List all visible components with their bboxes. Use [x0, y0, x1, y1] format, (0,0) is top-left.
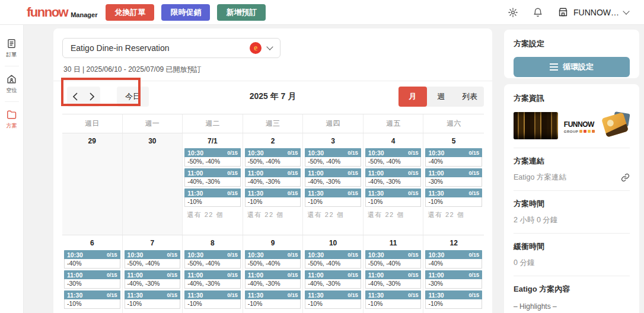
- time-slot[interactable]: 11:000/15-40%, -30%: [245, 168, 301, 187]
- more-slots-label[interactable]: 還有 22 個: [305, 210, 361, 219]
- today-button[interactable]: 今日: [117, 87, 149, 107]
- time-slot[interactable]: 10:300/15-50%, -40%: [365, 148, 422, 167]
- more-slots-label[interactable]: 還有 22 個: [425, 210, 482, 219]
- day-header: 週三: [243, 114, 304, 133]
- slot-discounts: -10%: [125, 299, 181, 309]
- day-cell[interactable]: 1210:300/15-40%11:000/15-30%11:300/15-10…: [423, 235, 484, 313]
- day-cell[interactable]: 610:300/15-40%11:000/15-30%11:300/15-10%…: [62, 235, 123, 313]
- time-slot[interactable]: 11:000/15-40%, -30%: [184, 168, 241, 187]
- time-slot[interactable]: 10:300/15-50%, -40%: [245, 250, 301, 269]
- time-slot[interactable]: 10:300/15-50%, -40%: [305, 250, 361, 269]
- time-slot[interactable]: 11:300/15-10%: [425, 290, 482, 309]
- sidebar-item-vacancy[interactable]: 空位: [0, 70, 23, 98]
- time-slot[interactable]: 11:300/15-10%: [305, 189, 361, 207]
- slot-discounts: -40%, -30%: [184, 177, 241, 187]
- slot-header: 11:000/15: [245, 168, 301, 177]
- flash-promo-button[interactable]: 限時促銷: [161, 4, 210, 21]
- slot-time: 11:00: [368, 272, 384, 279]
- time-slot[interactable]: 11:300/15-10%: [245, 290, 301, 309]
- day-cell[interactable]: 1010:300/15-50%, -40%11:000/15-40%, -30%…: [303, 235, 364, 313]
- time-slot[interactable]: 11:300/15-10%: [305, 290, 361, 309]
- slot-time: 11:00: [428, 272, 444, 279]
- day-cell[interactable]: 30: [123, 133, 183, 235]
- day-cell[interactable]: 210:300/15-50%, -40%11:000/15-40%, -30%1…: [243, 133, 304, 235]
- day-cell[interactable]: 810:300/15-50%, -40%11:000/15-40%, -30%1…: [183, 235, 243, 313]
- day-header: 週日: [62, 114, 123, 133]
- time-slot[interactable]: 11:000/15-40%, -30%: [245, 270, 301, 289]
- plan-select[interactable]: Eatigo Dine-in Reservation e: [62, 38, 280, 58]
- time-slot[interactable]: 11:300/15-10%: [365, 189, 422, 207]
- day-header: 週五: [364, 114, 424, 133]
- time-slot[interactable]: 11:300/15-10%: [425, 189, 482, 207]
- view-toggle: 月 週 列表: [398, 87, 484, 107]
- slot-discounts: -30%: [425, 279, 482, 289]
- time-slot[interactable]: 11:000/15-40%, -30%: [305, 270, 361, 289]
- day-cell[interactable]: 1110:300/15-50%, -40%11:000/15-40%, -30%…: [364, 235, 424, 313]
- time-slot[interactable]: 10:300/15-50%, -40%: [184, 148, 241, 167]
- recurring-settings-button[interactable]: 循環設定: [514, 57, 630, 77]
- date-label: 2: [245, 133, 301, 148]
- time-slot[interactable]: 11:000/15-30%: [64, 270, 120, 289]
- new-booking-button[interactable]: 新增預訂: [217, 4, 266, 21]
- plan-link-text[interactable]: Eatigo 方案連結: [514, 173, 566, 183]
- slot-discounts: -50%, -40%: [245, 259, 301, 269]
- redeem-order-button[interactable]: 兌換訂單: [106, 4, 154, 21]
- slot-discounts: -10%: [365, 299, 422, 309]
- slot-header: 11:300/15: [184, 290, 241, 299]
- time-slot[interactable]: 11:000/15-40%, -30%: [365, 168, 422, 187]
- more-slots-label[interactable]: 還有 22 個: [365, 210, 422, 219]
- account-menu[interactable]: FUNNOW…: [557, 7, 629, 18]
- time-slot[interactable]: 11:000/15-40%, -30%: [184, 270, 241, 289]
- time-slot[interactable]: 11:000/15-40%, -30%: [365, 270, 422, 289]
- time-slot[interactable]: 11:300/15-10%: [125, 290, 181, 309]
- date-label: 4: [365, 133, 422, 148]
- slot-discounts: -40%, -30%: [305, 177, 361, 187]
- day-cell[interactable]: 710:300/15-50%, -40%11:000/15-40%, -30%1…: [123, 235, 183, 313]
- time-slot[interactable]: 11:300/15-10%: [365, 290, 422, 309]
- time-slot[interactable]: 11:300/15-10%: [184, 189, 241, 207]
- time-slot[interactable]: 11:000/15-30%: [425, 270, 482, 289]
- link-icon[interactable]: [621, 173, 630, 182]
- day-cell[interactable]: 29: [62, 133, 123, 235]
- day-cell[interactable]: 510:300/15-40%11:000/15-30%11:300/15-10%…: [423, 133, 484, 235]
- slot-discounts: -50%, -40%: [125, 259, 181, 269]
- time-slot[interactable]: 10:300/15-50%, -40%: [245, 148, 301, 167]
- bell-icon[interactable]: [533, 7, 543, 18]
- slot-time: 11:30: [428, 292, 444, 299]
- time-slot[interactable]: 11:000/15-40%, -30%: [305, 168, 361, 187]
- sidebar-item-label: 訂單: [7, 51, 17, 59]
- sidebar-item-orders[interactable]: 訂單: [0, 34, 23, 62]
- more-slots-label[interactable]: 還有 22 個: [184, 210, 241, 219]
- more-slots-label[interactable]: 還有 22 個: [245, 210, 301, 219]
- slot-header: 11:300/15: [245, 189, 301, 197]
- time-slot[interactable]: 10:300/15-50%, -40%: [305, 148, 361, 167]
- date-label: 5: [425, 133, 482, 148]
- view-tab-month[interactable]: 月: [398, 87, 427, 107]
- time-slot[interactable]: 11:000/15-30%: [425, 168, 482, 187]
- time-slot[interactable]: 10:300/15-40%: [425, 250, 482, 269]
- time-slot[interactable]: 10:300/15-50%, -40%: [184, 250, 241, 269]
- time-slot[interactable]: 11:300/15-10%: [64, 290, 120, 309]
- view-tab-list[interactable]: 列表: [455, 87, 484, 107]
- orders-icon: [6, 38, 17, 49]
- time-slot[interactable]: 10:300/15-40%: [64, 250, 120, 269]
- day-cell[interactable]: 410:300/15-50%, -40%11:000/15-40%, -30%1…: [364, 133, 424, 235]
- view-tab-week[interactable]: 週: [427, 87, 455, 107]
- time-slot[interactable]: 10:300/15-50%, -40%: [365, 250, 422, 269]
- gear-icon[interactable]: [508, 7, 518, 18]
- slot-capacity: 0/15: [227, 272, 238, 278]
- day-cell[interactable]: 910:300/15-50%, -40%11:000/15-40%, -30%1…: [243, 235, 304, 313]
- slot-header: 10:300/15: [425, 250, 482, 259]
- sidebar-item-plans[interactable]: 方案: [0, 106, 23, 133]
- time-slot[interactable]: 11:300/15-10%: [184, 290, 241, 309]
- time-slot[interactable]: 11:000/15-40%, -30%: [125, 270, 181, 289]
- time-slot[interactable]: 10:300/15-40%: [425, 148, 482, 167]
- plan-duration-value: 2 小時 0 分鐘: [514, 215, 630, 225]
- day-cell[interactable]: 7/110:300/15-50%, -40%11:000/15-40%, -30…: [183, 133, 243, 235]
- time-slot[interactable]: 10:300/15-50%, -40%: [125, 250, 181, 269]
- slot-discounts: -10%: [425, 299, 482, 309]
- day-cell[interactable]: 310:300/15-50%, -40%11:000/15-40%, -30%1…: [303, 133, 364, 235]
- time-slot[interactable]: 11:300/15-10%: [245, 189, 301, 207]
- next-month-button[interactable]: [84, 92, 100, 101]
- prev-month-button[interactable]: [67, 92, 84, 101]
